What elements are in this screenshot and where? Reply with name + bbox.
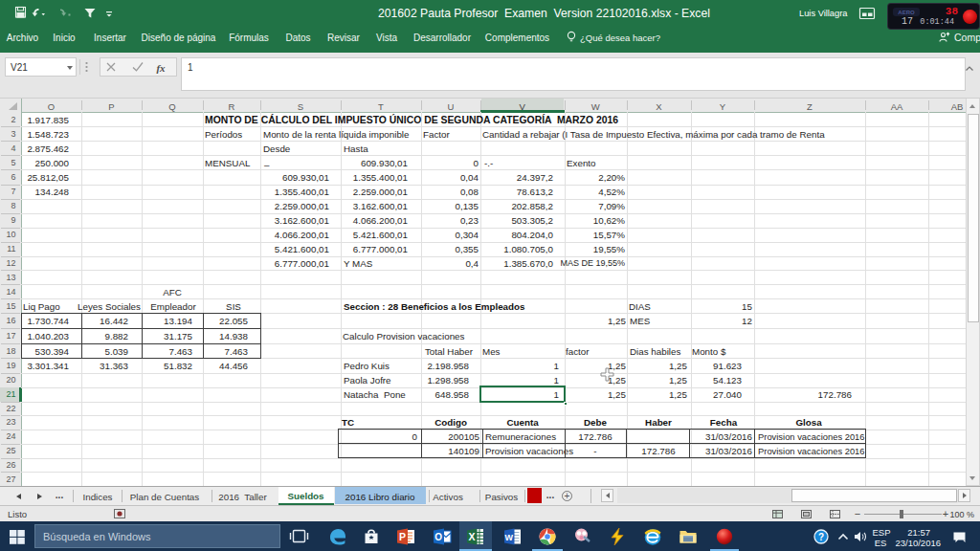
svg-text:X: X [469,531,476,542]
svg-text:O: O [434,532,442,542]
svg-text:fx: fx [156,62,166,74]
svg-text:P: P [399,531,406,542]
svg-text:W: W [504,533,513,542]
svg-text:?: ? [818,532,824,542]
